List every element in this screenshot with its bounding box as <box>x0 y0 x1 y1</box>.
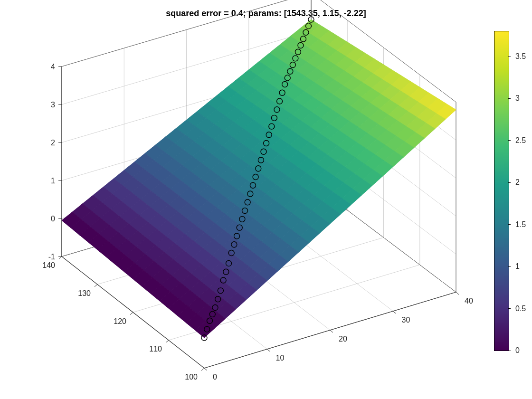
svg-text:20: 20 <box>339 335 347 343</box>
svg-line-430 <box>456 292 459 294</box>
svg-line-424 <box>267 349 270 352</box>
svg-text:2: 2 <box>51 139 55 147</box>
svg-line-440 <box>59 256 62 259</box>
svg-line-422 <box>204 368 207 370</box>
svg-text:0: 0 <box>213 373 217 381</box>
svg-line-436 <box>130 313 133 315</box>
svg-text:140: 140 <box>42 261 55 269</box>
svg-text:4: 4 <box>51 63 55 71</box>
svg-text:-1: -1 <box>48 253 55 261</box>
svg-text:130: 130 <box>78 289 91 297</box>
svg-text:110: 110 <box>149 345 162 353</box>
svg-line-426 <box>330 330 333 332</box>
axes-3d[interactable]: 010203040100110120130140-101234 <box>0 0 532 399</box>
svg-text:1: 1 <box>51 177 55 185</box>
svg-line-428 <box>393 311 396 314</box>
colorbar: 00.511.522.533.5 <box>494 31 509 351</box>
svg-text:0: 0 <box>51 215 55 223</box>
svg-line-432 <box>201 368 204 370</box>
svg-text:30: 30 <box>402 316 410 324</box>
svg-text:10: 10 <box>276 354 285 362</box>
svg-text:3: 3 <box>51 101 55 109</box>
svg-text:40: 40 <box>465 297 473 305</box>
svg-text:100: 100 <box>185 373 198 381</box>
svg-line-438 <box>95 285 97 287</box>
svg-text:120: 120 <box>114 317 126 325</box>
svg-line-434 <box>166 340 169 342</box>
figure: squared error = 0.4; params: [1543.35, 1… <box>0 0 532 399</box>
